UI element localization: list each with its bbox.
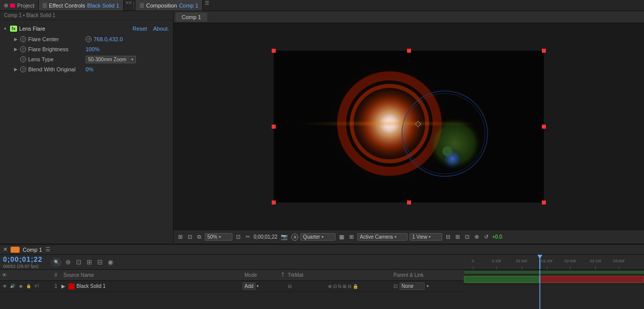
handle-top-left[interactable] [272, 49, 276, 53]
flare-center-reset-icon[interactable]: ↺ [86, 36, 92, 42]
lock-icon[interactable]: 🔒 [25, 283, 32, 290]
comp-tab-comp1[interactable]: Comp 1 [176, 13, 207, 22]
flare-center-chevron[interactable]: ▶ [14, 37, 18, 42]
handle-right[interactable] [542, 125, 546, 129]
label-icon[interactable]: 🏷 [33, 283, 40, 290]
layer-motion-icon[interactable]: ⊡ [333, 284, 337, 289]
svg-point-11 [329, 63, 450, 184]
zoom-dropdown[interactable]: 50% ▾ [205, 233, 232, 241]
layer-expand-icon[interactable]: ▶ [61, 283, 68, 289]
color-icon[interactable]: ◉ [291, 234, 298, 241]
audio-icon[interactable]: 🔊 [9, 283, 16, 290]
blend-stopwatch[interactable]: ⏱ [20, 66, 26, 72]
comp-menu-icon[interactable]: ☰ [203, 0, 211, 11]
layer-fx-icon[interactable]: fx [338, 284, 342, 289]
keyframe-mode-icon[interactable]: ⊕ [64, 258, 72, 266]
timeline-comp-name: Comp 1 [23, 247, 42, 253]
3d-btn[interactable]: ⊡ [463, 233, 471, 241]
handle-bottom[interactable] [407, 200, 411, 204]
snap-btn[interactable]: ⊕ [473, 233, 480, 241]
timeline-close[interactable]: ✕ [3, 246, 8, 253]
effect-actions: Reset About. [132, 26, 169, 32]
ruler-line-1s [522, 266, 522, 269]
layer-lock2-icon[interactable]: 🔒 [353, 284, 358, 289]
motion-blur-icon[interactable]: ⊡ [75, 258, 83, 266]
expand-icon[interactable]: >> [124, 0, 134, 11]
timeline-menu[interactable]: ☰ [45, 246, 50, 253]
layer-blend-icon[interactable]: ⊞ [343, 284, 347, 289]
tab-composition-sublabel: Comp 1 [179, 3, 199, 9]
track-bar-red[interactable] [539, 276, 644, 283]
crop-btn[interactable]: ✂ [244, 233, 252, 241]
eye-col-icon: 👁 [2, 272, 7, 278]
flare-brightness-chevron[interactable]: ▶ [14, 47, 18, 52]
grid-btn[interactable]: ⊞ [177, 233, 184, 241]
handle-top[interactable] [407, 49, 411, 53]
rotate-btn[interactable]: ↺ [482, 233, 490, 241]
flare-center-value[interactable]: 768.0,432.0 [94, 36, 123, 42]
frame-blend-icon[interactable]: ⊞ [86, 258, 93, 266]
solo-icon[interactable]: ◉ [17, 283, 24, 290]
timecode-display: 0;00;01;22 [254, 234, 277, 240]
eye-icon[interactable]: 👁 [1, 283, 8, 290]
about-button[interactable]: About. [153, 26, 169, 32]
effect-chevron[interactable]: ▾ [4, 26, 8, 31]
handle-left[interactable] [272, 125, 276, 129]
layout-btn[interactable]: ⊟ [444, 233, 452, 241]
tab-project[interactable]: Project [0, 0, 39, 11]
parent-chevron: ▾ [427, 284, 429, 288]
layer-align-icon[interactable]: ⊕ [328, 284, 332, 289]
view-value: 1 View [412, 234, 427, 240]
blend-value[interactable]: 0% [86, 66, 94, 72]
live-update-icon[interactable]: ⊟ [96, 258, 104, 266]
ruler-mark-0: 0 [472, 259, 474, 263]
layout2-btn[interactable]: ⊞ [454, 233, 461, 241]
ruler-line-3s [619, 266, 619, 269]
layer-color[interactable] [68, 283, 74, 289]
view-dropdown[interactable]: 1 View ▾ [410, 233, 442, 241]
lens-type-dropdown[interactable]: 50-300mm Zoom ▾ [86, 56, 136, 63]
playhead[interactable] [539, 255, 540, 269]
trkmat-col-header: TrkMat [288, 272, 328, 278]
playhead-track [539, 270, 540, 309]
handle-top-right[interactable] [542, 49, 546, 53]
parent-dropdown[interactable]: None [399, 282, 425, 290]
ruler-mark-115f: 01:15f [541, 259, 552, 263]
search-box[interactable]: 🔍 [51, 258, 61, 266]
tab-close-project[interactable] [4, 4, 8, 8]
mode-dropdown[interactable]: Add [243, 282, 256, 290]
tab-icon-project [10, 4, 15, 8]
reset-button[interactable]: Reset [132, 26, 147, 32]
overlay-btn[interactable]: ⧉ [196, 233, 203, 241]
track-bar-green[interactable] [464, 276, 539, 283]
compare-btn[interactable]: ⊞ [348, 233, 355, 241]
time-display[interactable]: 0;00;01;22 [3, 255, 48, 264]
ruler-mark-15f: 0:15f [492, 259, 501, 263]
timeline-left: 0;00;01;22 00052 (29.97 fps) 🔍 ⊕ ⊡ ⊞ ⊟ ◉… [0, 255, 464, 309]
viewer-toolbar: ⊞ ⊡ ⧉ 50% ▾ ⊡ ✂ 0;00;01;22 📷 ◉ Quarter ▾… [174, 230, 644, 244]
ruler-mark-3s: 03:00f [613, 259, 624, 263]
flare-brightness-stopwatch[interactable]: ⏱ [20, 46, 26, 52]
color-mgmt-btn[interactable]: ▦ [338, 233, 346, 241]
lens-type-chevron-down: ▾ [131, 57, 133, 62]
camera-icon[interactable]: 📷 [279, 233, 289, 241]
tab-effect-controls[interactable]: Effect Controls Black Solid 1 [39, 0, 124, 11]
fit-btn[interactable]: ⊡ [234, 233, 242, 241]
quality-dropdown[interactable]: Quarter ▾ [300, 233, 336, 241]
tab-composition[interactable]: Composition Comp 1 [136, 0, 203, 11]
handle-bottom-left[interactable] [272, 200, 276, 204]
camera-dropdown[interactable]: Active Camera ▾ [357, 233, 408, 241]
flare-brightness-value[interactable]: 100% [86, 46, 100, 52]
handle-bottom-right[interactable] [542, 200, 546, 204]
graph-editor-icon[interactable]: ◉ [107, 258, 114, 266]
canvas-frame [274, 51, 544, 202]
flare-center-label: Flare Center [28, 36, 84, 42]
ruler-line-15f [496, 266, 497, 269]
layer-3d-icon[interactable]: ⊟ [348, 284, 352, 289]
blend-chevron[interactable]: ▶ [14, 67, 18, 72]
safe-zones-btn[interactable]: ⊡ [186, 233, 194, 241]
flare-center-stopwatch[interactable]: ⏱ [20, 36, 26, 42]
layer-number: 1 [50, 283, 61, 289]
icon-col-header: 👁 [0, 272, 50, 278]
lens-type-stopwatch[interactable]: ⏱ [20, 56, 26, 62]
